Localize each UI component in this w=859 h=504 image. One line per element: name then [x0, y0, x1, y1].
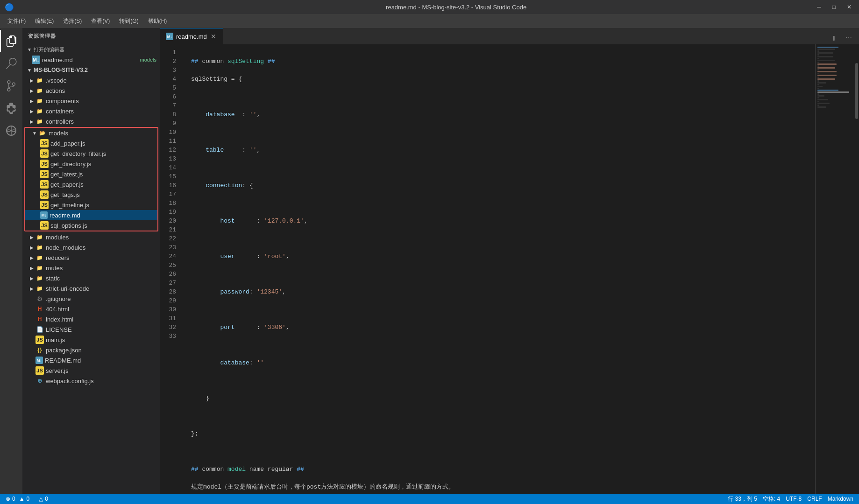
- files-activity-icon[interactable]: [0, 30, 22, 52]
- file-get-paper[interactable]: JS get_paper.js: [25, 179, 157, 189]
- sidebar-header: 资源管理器: [22, 28, 160, 44]
- file-add-paper[interactable]: JS add_paper.js: [25, 138, 157, 148]
- eol-status[interactable]: CRLF: [805, 495, 824, 503]
- file-get-directory[interactable]: JS get_directory.js: [25, 159, 157, 169]
- folder-components[interactable]: ▶ 📁 components: [22, 96, 160, 106]
- models-highlight-box: ▼ 📂 models JS add_paper.js JS get_direct…: [24, 127, 158, 231]
- js-icon-get-paper: JS: [40, 180, 49, 189]
- close-button[interactable]: ✕: [844, 3, 854, 11]
- js-icon-add-paper: JS: [40, 139, 49, 147]
- menu-select[interactable]: 选择(S): [59, 15, 85, 27]
- split-editor-button[interactable]: ⫿: [827, 31, 840, 44]
- tab-close-button[interactable]: ✕: [210, 33, 217, 40]
- git-status[interactable]: △ 0: [37, 496, 50, 502]
- menu-bar: 文件(F) 编辑(E) 选择(S) 查看(V) 转到(G) 帮助(H): [0, 14, 859, 28]
- file-main-js[interactable]: JS main.js: [22, 335, 160, 345]
- open-editor-readme[interactable]: M↓ readme.md models: [22, 55, 160, 65]
- minimap-content: [816, 44, 852, 110]
- file-get-latest[interactable]: JS get_latest.js: [25, 169, 157, 179]
- file-readme-active[interactable]: M↓ readme.md: [25, 210, 157, 220]
- folder-icon-models: 📂: [38, 129, 47, 137]
- folder-reducers[interactable]: ▶ 📁 reducers: [22, 252, 160, 263]
- sidebar: 资源管理器 ▼ 打开的编辑器 M↓ readme.md models ▼ MS-…: [22, 28, 160, 494]
- title-bar-title: readme.md - MS-blog-site-v3.2 - Visual S…: [386, 4, 526, 11]
- file-sql-options[interactable]: JS sql_options.js: [25, 220, 157, 231]
- indent-status[interactable]: 空格: 4: [761, 495, 782, 503]
- minimap: [815, 44, 852, 494]
- status-bar: ⊗ 0 ▲ 0 △ 0 行 33，列 5 空格: 4 UTF-8 CRLF Ma…: [0, 494, 859, 504]
- code-editor[interactable]: ## common sqlSetting ## sqlSetting = { d…: [184, 44, 815, 494]
- md-file-icon: M↓: [32, 56, 40, 64]
- menu-help[interactable]: 帮助(H): [144, 15, 171, 27]
- source-control-activity-icon[interactable]: [0, 75, 22, 97]
- folder-actions[interactable]: ▶ 📁 actions: [22, 85, 160, 96]
- project-section[interactable]: ▼ MS-BLOG-SITE-V3.2: [22, 65, 160, 75]
- file-get-tags[interactable]: JS get_tags.js: [25, 189, 157, 200]
- minimize-button[interactable]: ─: [814, 3, 824, 11]
- file-readme-root[interactable]: M↓ README.md: [22, 355, 160, 365]
- tab-actions: ⫿ ⋯: [824, 31, 859, 44]
- file-index-html[interactable]: H index.html: [22, 314, 160, 324]
- md-icon-readme: M↓: [40, 211, 48, 219]
- menu-goto[interactable]: 转到(G): [115, 15, 142, 27]
- config-icon-webpack: ⊕: [35, 377, 44, 385]
- file-404[interactable]: H 404.html: [22, 304, 160, 314]
- git-icon: △: [39, 496, 43, 502]
- js-icon-get-dir-filter: JS: [40, 149, 49, 158]
- language-status[interactable]: Markdown: [826, 495, 855, 503]
- file-package-json[interactable]: {} package.json: [22, 345, 160, 355]
- sidebar-content[interactable]: ▼ 打开的编辑器 M↓ readme.md models ▼ MS-BLOG-S…: [22, 44, 160, 494]
- file-get-timeline[interactable]: JS get_timeline.js: [25, 200, 157, 210]
- file-license[interactable]: 📄 LICENSE: [22, 324, 160, 335]
- folder-icon-routes: 📁: [35, 264, 44, 272]
- folder-icon-modules: 📁: [35, 233, 44, 241]
- js-icon-main: JS: [35, 336, 44, 344]
- line-numbers: 12345 678910 1112131415 1617181920 21222…: [160, 44, 184, 494]
- folder-containers[interactable]: ▶ 📁 containers: [22, 106, 160, 116]
- main-layout: 资源管理器 ▼ 打开的编辑器 M↓ readme.md models ▼ MS-…: [0, 28, 859, 494]
- file-get-directory-filter[interactable]: JS get_directory_filter.js: [25, 148, 157, 159]
- maximize-button[interactable]: □: [830, 3, 838, 11]
- menu-file[interactable]: 文件(F): [4, 15, 29, 27]
- js-icon-get-latest: JS: [40, 170, 49, 178]
- folder-static[interactable]: ▶ 📁 static: [22, 273, 160, 283]
- json-icon-package: {}: [35, 346, 44, 354]
- project-arrow: ▼: [27, 68, 32, 73]
- folder-icon-static: 📁: [35, 274, 44, 282]
- folder-icon-actions: 📁: [35, 86, 44, 95]
- cursor-position-status[interactable]: 行 33，列 5: [726, 495, 759, 503]
- folder-strict-uri[interactable]: ▶ 📁 strict-uri-encode: [22, 283, 160, 294]
- gitignore-icon: ⚙: [35, 294, 44, 303]
- file-gitignore[interactable]: ⚙ .gitignore: [22, 294, 160, 304]
- folder-controllers[interactable]: ▶ 📁 controllers: [22, 116, 160, 126]
- menu-view[interactable]: 查看(V): [87, 15, 114, 27]
- extensions-activity-icon[interactable]: [0, 97, 22, 119]
- md-tab-icon: M↓: [166, 33, 173, 40]
- open-editors-section[interactable]: ▼ 打开的编辑器: [22, 44, 160, 55]
- error-icon: ⊗: [6, 496, 10, 502]
- folder-vscode[interactable]: ▶ 📁 .vscode: [22, 75, 160, 85]
- folder-modules[interactable]: ▶ 📁 modules: [22, 232, 160, 242]
- more-actions-button[interactable]: ⋯: [842, 31, 855, 44]
- folder-icon-controllers: 📁: [35, 117, 44, 126]
- folder-icon-reducers: 📁: [35, 253, 44, 262]
- menu-edit[interactable]: 编辑(E): [31, 15, 57, 27]
- folder-models[interactable]: ▼ 📂 models: [25, 128, 157, 138]
- tab-readme[interactable]: M↓ readme.md ✕: [160, 28, 223, 44]
- search-activity-icon[interactable]: [0, 52, 22, 75]
- vertical-scrollbar[interactable]: [852, 44, 859, 494]
- folder-icon-strict-uri: 📁: [35, 284, 44, 293]
- folder-routes[interactable]: ▶ 📁 routes: [22, 263, 160, 273]
- html-icon-404: H: [35, 305, 44, 313]
- encoding-status[interactable]: UTF-8: [784, 495, 803, 503]
- status-right: 行 33，列 5 空格: 4 UTF-8 CRLF Markdown: [726, 495, 855, 503]
- folder-icon-node-modules: 📁: [35, 243, 44, 252]
- error-warning-status[interactable]: ⊗ 0 ▲ 0: [4, 496, 31, 502]
- remote-activity-icon[interactable]: [0, 119, 22, 142]
- tab-label: readme.md: [176, 33, 207, 40]
- folder-node-modules[interactable]: ▶ 📁 node_modules: [22, 242, 160, 252]
- file-webpack[interactable]: ⊕ webpack.config.js: [22, 376, 160, 386]
- editor[interactable]: 12345 678910 1112131415 1617181920 21222…: [160, 44, 859, 494]
- scrollbar-thumb[interactable]: [855, 63, 858, 119]
- file-server-js[interactable]: JS server.js: [22, 365, 160, 376]
